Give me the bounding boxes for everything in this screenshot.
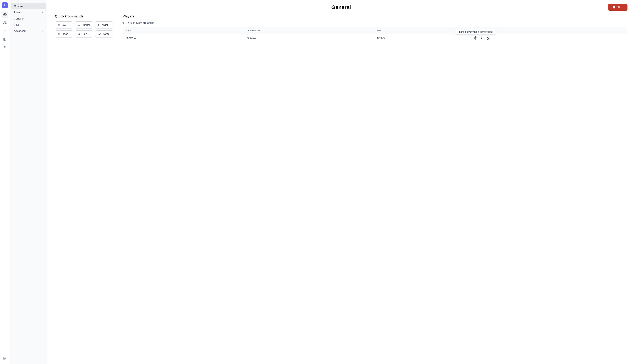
nav-icon-table[interactable] [2, 36, 8, 43]
col-name: Name [123, 27, 244, 34]
sunrise-button[interactable]: Sunrise [75, 22, 93, 28]
avatar: L [2, 2, 8, 8]
kick-action[interactable] [480, 36, 484, 40]
clear-button[interactable]: Clear [55, 30, 73, 38]
lightning-icon [474, 36, 477, 40]
nav-icon-settings[interactable] [2, 11, 8, 18]
quick-commands-section: Quick Commands Day Sunrise [55, 14, 113, 42]
kick-icon [480, 36, 484, 40]
player-world: Nether [374, 34, 471, 42]
svg-line-33 [58, 33, 58, 33]
chevron-down-icon: ▾ [42, 11, 43, 14]
svg-rect-8 [4, 38, 6, 41]
player-name: MR12345 [123, 34, 244, 42]
svg-marker-40 [474, 36, 477, 40]
stop-icon [613, 6, 616, 9]
quick-commands-title: Quick Commands [55, 14, 113, 18]
sunrise-icon [78, 24, 80, 26]
chevron-down-icon: ▾ [42, 30, 43, 32]
ban-action[interactable] [486, 36, 490, 40]
svg-point-12 [4, 46, 6, 48]
col-world: World [374, 27, 471, 34]
ban-icon [486, 36, 490, 40]
clear-icon [58, 33, 60, 35]
gamemode-dropdown[interactable]: ▾ [258, 37, 259, 40]
players-online-status: 1 / 20 Players are online [122, 22, 627, 24]
svg-line-22 [58, 26, 58, 26]
lightning-action[interactable]: Hit the player with a lightning bolt [474, 36, 477, 40]
col-gamemode: Gamemode [244, 27, 374, 34]
content-area: Quick Commands Day Sunrise [47, 14, 635, 50]
icon-bar: L [0, 0, 10, 364]
svg-point-30 [58, 34, 60, 34]
storm-button[interactable]: Storm [95, 30, 113, 38]
svg-line-28 [80, 25, 80, 25]
rain-icon [78, 33, 80, 35]
sidebar-item-console[interactable]: Console [11, 16, 46, 22]
svg-rect-14 [613, 6, 615, 8]
players-table: Name Gamemode World Actions MR12345 Surv… [122, 27, 627, 42]
main-content: General Stop Quick Commands Day [47, 0, 635, 364]
command-grid: Day Sunrise Night [55, 22, 113, 38]
sidebar-item-files[interactable]: Files [11, 22, 46, 28]
col-actions: Actions [471, 27, 627, 34]
svg-point-1 [4, 22, 5, 23]
nav-icon-person[interactable] [2, 44, 8, 51]
sidebar-item-advanced[interactable]: Advanced ▾ [11, 28, 46, 34]
sidebar-item-players[interactable]: Players ▾ [11, 10, 46, 16]
sidebar-item-general[interactable]: General [11, 3, 46, 9]
svg-point-15 [58, 24, 60, 26]
nav-icon-users[interactable] [2, 20, 8, 26]
players-section: Players 1 / 20 Players are online Name G… [122, 14, 627, 42]
page-title: General [246, 4, 437, 10]
online-count-label: 1 / 20 Players are online [126, 22, 154, 24]
night-button[interactable]: Night [95, 22, 113, 28]
table-row: MR12345 Survival ▾ Nether Hit the pla [123, 34, 627, 42]
stop-button[interactable]: Stop [608, 4, 627, 11]
svg-line-25 [78, 25, 79, 25]
online-dot [122, 22, 124, 24]
storm-icon [98, 33, 101, 35]
svg-line-18 [58, 24, 58, 24]
players-title: Players [122, 14, 627, 18]
sidebar: General Players ▾ Console Files Advanced… [10, 0, 47, 364]
sun-icon [58, 24, 60, 26]
day-button[interactable]: Day [55, 22, 73, 28]
moon-icon [98, 24, 101, 26]
table-header-row: Name Gamemode World Actions [123, 27, 627, 34]
nav-icon-logout[interactable] [2, 355, 8, 362]
player-gamemode: Survival ▾ [244, 34, 374, 42]
svg-point-0 [4, 14, 5, 15]
header: General Stop [47, 0, 635, 14]
player-actions: Hit the player with a lightning bolt [471, 34, 627, 42]
rain-button[interactable]: Rain [75, 30, 93, 38]
nav-icon-list[interactable] [2, 28, 8, 34]
